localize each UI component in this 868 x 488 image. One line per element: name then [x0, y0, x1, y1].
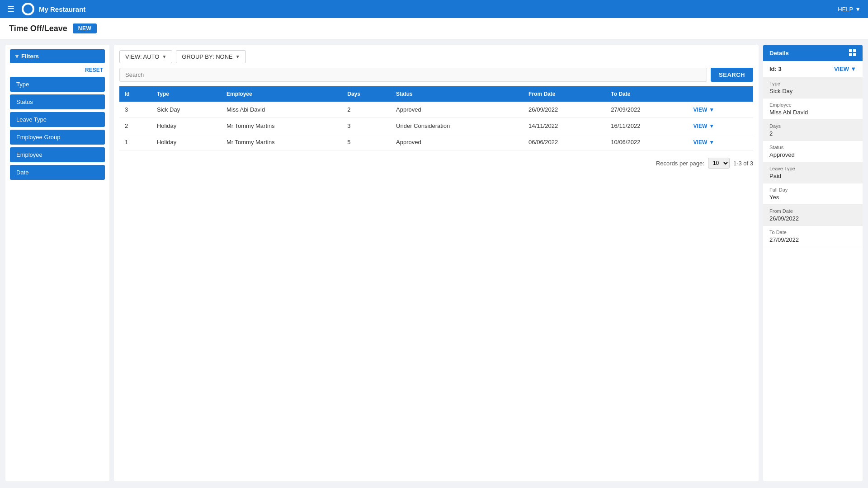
col-status: Status [391, 86, 523, 102]
app-title: My Restaurant [39, 5, 85, 13]
cell-to-date: 10/06/2022 [605, 134, 688, 150]
per-page-select[interactable]: 10 25 50 [708, 158, 730, 169]
row-view-link[interactable]: VIEW [693, 139, 708, 145]
details-view-label: VIEW [834, 66, 849, 72]
detail-value: Yes [769, 194, 856, 201]
view-auto-label: VIEW: AUTO [125, 53, 159, 60]
filter-leave-type[interactable]: Leave Type [10, 112, 105, 127]
detail-label: Days [769, 123, 856, 129]
table-row: 1 Holiday Mr Tommy Martins 5 Approved 06… [119, 134, 753, 150]
filters-header: ▿ Filters [10, 49, 105, 63]
cell-employee: Mr Tommy Martins [221, 118, 342, 134]
detail-field-to-date: To Date 27/09/2022 [763, 226, 863, 247]
detail-field-employee: Employee Miss Abi David [763, 99, 863, 120]
detail-field-type: Type Sick Day [763, 77, 863, 99]
hamburger-icon[interactable]: ☰ [7, 4, 14, 14]
help-button[interactable]: HELP ▼ [838, 6, 861, 13]
detail-label: Leave Type [769, 166, 856, 171]
row-view-link[interactable]: VIEW [693, 123, 708, 129]
cell-from-date: 26/09/2022 [523, 102, 605, 118]
toolbar: VIEW: AUTO ▼ GROUP BY: NONE ▼ [119, 50, 753, 63]
cell-days: 5 [342, 134, 391, 150]
row-dropdown-icon[interactable]: ▼ [709, 107, 714, 113]
table-row: 2 Holiday Mr Tommy Martins 3 Under Consi… [119, 118, 753, 134]
reset-button[interactable]: RESET [83, 66, 105, 74]
filter-employee[interactable]: Employee [10, 147, 105, 162]
search-bar: SEARCH [119, 68, 753, 82]
col-from-date: From Date [523, 86, 605, 102]
page-title: Time Off/Leave [9, 24, 67, 33]
cell-id: 1 [119, 134, 151, 150]
details-header: Details [763, 45, 863, 61]
filter-date[interactable]: Date [10, 165, 105, 180]
col-type: Type [151, 86, 221, 102]
detail-field-from-date: From Date 26/09/2022 [763, 205, 863, 226]
table-header-row: Id Type Employee Days Status From Date T… [119, 86, 753, 102]
details-id: Id: 3 [769, 66, 782, 72]
group-by-button[interactable]: GROUP BY: NONE ▼ [176, 50, 245, 63]
search-input[interactable] [119, 68, 707, 82]
main-layout: ▿ Filters RESET Type Status Leave Type E… [0, 39, 868, 487]
cell-id: 2 [119, 118, 151, 134]
top-nav: ☰ My Restaurant HELP ▼ [0, 0, 868, 18]
cell-type: Holiday [151, 118, 221, 134]
view-auto-button[interactable]: VIEW: AUTO ▼ [119, 50, 172, 63]
details-fields: Type Sick Day Employee Miss Abi David Da… [763, 77, 863, 247]
app-logo [22, 3, 34, 15]
cell-view-action[interactable]: VIEW ▼ [688, 134, 753, 150]
table-container: Id Type Employee Days Status From Date T… [119, 86, 753, 150]
group-by-label: GROUP BY: NONE [182, 53, 232, 60]
main-content: VIEW: AUTO ▼ GROUP BY: NONE ▼ SEARCH Id … [114, 45, 759, 481]
filter-status[interactable]: Status [10, 94, 105, 109]
details-grid-icon[interactable] [849, 49, 856, 56]
row-dropdown-icon[interactable]: ▼ [709, 123, 714, 129]
records-count: 1-3 of 3 [733, 160, 753, 167]
details-panel: Details Id: 3 VIEW ▼ Type Sick Day Emplo… [763, 45, 863, 481]
sidebar: ▿ Filters RESET Type Status Leave Type E… [5, 45, 109, 481]
page-header: Time Off/Leave NEW [0, 18, 868, 39]
cell-employee: Miss Abi David [221, 102, 342, 118]
filter-employee-group[interactable]: Employee Group [10, 130, 105, 145]
view-chevron-icon: ▼ [162, 54, 166, 59]
logo-inner [24, 5, 33, 14]
detail-field-leave-type: Leave Type Paid [763, 162, 863, 183]
pagination: Records per page: 10 25 50 1-3 of 3 [119, 155, 753, 169]
cell-view-action[interactable]: VIEW ▼ [688, 102, 753, 118]
detail-label: Status [769, 145, 856, 150]
filter-type[interactable]: Type [10, 77, 105, 92]
detail-field-full-day: Full Day Yes [763, 183, 863, 205]
new-button[interactable]: NEW [73, 23, 97, 33]
help-chevron-icon: ▼ [855, 6, 861, 13]
cell-id: 3 [119, 102, 151, 118]
details-view-chevron-icon: ▼ [850, 66, 856, 72]
cell-status: Approved [391, 102, 523, 118]
cell-from-date: 06/06/2022 [523, 134, 605, 150]
detail-value: Miss Abi David [769, 109, 856, 116]
detail-value: 26/09/2022 [769, 215, 856, 222]
table-row: 3 Sick Day Miss Abi David 2 Approved 26/… [119, 102, 753, 118]
search-button[interactable]: SEARCH [711, 68, 753, 82]
detail-label: Type [769, 81, 856, 86]
detail-value: Paid [769, 173, 856, 179]
col-to-date: To Date [605, 86, 688, 102]
records-per-page-label: Records per page: [656, 160, 704, 167]
col-employee: Employee [221, 86, 342, 102]
col-id: Id [119, 86, 151, 102]
cell-to-date: 16/11/2022 [605, 118, 688, 134]
col-days: Days [342, 86, 391, 102]
cell-from-date: 14/11/2022 [523, 118, 605, 134]
row-dropdown-icon[interactable]: ▼ [709, 139, 714, 145]
group-chevron-icon: ▼ [236, 54, 240, 59]
detail-label: To Date [769, 230, 856, 235]
filters-label: Filters [21, 53, 39, 60]
cell-view-action[interactable]: VIEW ▼ [688, 118, 753, 134]
details-title: Details [769, 50, 789, 56]
detail-field-days: Days 2 [763, 120, 863, 141]
cell-days: 3 [342, 118, 391, 134]
cell-type: Holiday [151, 134, 221, 150]
row-view-link[interactable]: VIEW [693, 107, 708, 113]
detail-value: 2 [769, 130, 856, 137]
detail-field-status: Status Approved [763, 141, 863, 162]
cell-to-date: 27/09/2022 [605, 102, 688, 118]
details-view-button[interactable]: VIEW ▼ [834, 66, 856, 72]
